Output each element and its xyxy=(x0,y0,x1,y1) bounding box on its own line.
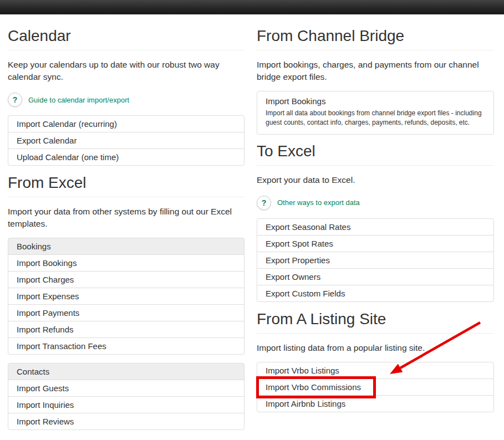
section-title-from-channel-bridge: From Channel Bridge xyxy=(257,27,494,50)
list-item-import-transaction-fees[interactable]: Import Transaction Fees xyxy=(8,337,245,355)
question-icon: ? xyxy=(257,196,271,210)
import-bookings-card-details: Import all data about bookings from chan… xyxy=(266,109,485,128)
section-title-from-a-listing-site: From A Listing Site xyxy=(257,310,494,334)
list-item-export-spot-rates[interactable]: Export Spot Rates xyxy=(257,235,494,252)
list-item-import-airbnb-listings[interactable]: Import Airbnb Listings xyxy=(257,395,494,412)
list-item-export-seasonal-rates[interactable]: Export Seasonal Rates xyxy=(257,218,494,236)
section-title-from-excel: From Excel xyxy=(8,174,245,197)
list-item-import-calendar-recurring[interactable]: Import Calendar (recurring) xyxy=(8,115,245,132)
list-item-export-owners[interactable]: Export Owners xyxy=(257,268,494,285)
list-item-import-charges[interactable]: Import Charges xyxy=(8,271,245,288)
left-column: Calendar Keep your calendars up to date … xyxy=(8,27,245,438)
page-content: Calendar Keep your calendars up to date … xyxy=(0,14,504,438)
list-item-import-reviews[interactable]: Import Reviews xyxy=(8,413,245,430)
question-icon: ? xyxy=(8,93,22,107)
help-link-label: Other ways to export data xyxy=(277,198,360,207)
import-bookings-card[interactable]: Import Bookings Import all data about bo… xyxy=(257,91,494,135)
right-column: From Channel Bridge Import bookings, cha… xyxy=(257,27,494,438)
top-navigation-bar xyxy=(0,0,504,14)
section-title-to-excel: To Excel xyxy=(257,142,494,166)
list-item-import-vrbo-commissions[interactable]: Import Vrbo Commissions xyxy=(257,378,494,396)
list-item-export-calendar[interactable]: Export Calendar xyxy=(8,132,245,149)
list-group-header-bookings: Bookings xyxy=(8,238,245,255)
calendar-description: Keep your calendars up to date with our … xyxy=(8,59,245,83)
to-excel-description: Export your data to Excel. xyxy=(257,174,494,186)
help-link-other-export-ways[interactable]: ? Other ways to export data xyxy=(257,196,494,210)
bookings-import-list: Bookings Import Bookings Import Charges … xyxy=(8,238,245,355)
list-item-upload-calendar-one-time[interactable]: Upload Calendar (one time) xyxy=(8,149,245,166)
list-item-import-payments[interactable]: Import Payments xyxy=(8,304,245,321)
excel-export-list: Export Seasonal Rates Export Spot Rates … xyxy=(257,218,494,302)
list-item-import-refunds[interactable]: Import Refunds xyxy=(8,321,245,338)
list-item-import-expenses[interactable]: Import Expenses xyxy=(8,288,245,305)
list-item-label: Import Vrbo Commissions xyxy=(266,382,361,392)
section-title-calendar: Calendar xyxy=(8,27,245,50)
from-excel-description: Import your data from other systems by f… xyxy=(8,206,245,230)
listing-site-import-list: Import Vrbo Listings Import Vrbo Commiss… xyxy=(257,362,494,412)
list-item-import-vrbo-listings[interactable]: Import Vrbo Listings xyxy=(257,362,494,379)
list-item-import-bookings[interactable]: Import Bookings xyxy=(8,254,245,272)
calendar-actions-list: Import Calendar (recurring) Export Calen… xyxy=(8,115,245,166)
list-item-import-inquiries[interactable]: Import Inquiries xyxy=(8,396,245,413)
list-item-export-custom-fields[interactable]: Export Custom Fields xyxy=(257,285,494,302)
listing-site-description: Import listing data from a popular listi… xyxy=(257,342,494,354)
list-group-header-contacts: Contacts xyxy=(8,363,245,380)
contacts-import-list: Contacts Import Guests Import Inquiries … xyxy=(8,363,245,430)
import-bookings-card-title: Import Bookings xyxy=(266,96,485,107)
help-link-label: Guide to calendar import/export xyxy=(28,96,129,104)
list-item-import-guests[interactable]: Import Guests xyxy=(8,380,245,397)
channel-bridge-description: Import bookings, charges, and payments f… xyxy=(257,59,494,83)
list-item-export-properties[interactable]: Export Properties xyxy=(257,252,494,269)
help-link-calendar-guide[interactable]: ? Guide to calendar import/export xyxy=(8,93,245,107)
